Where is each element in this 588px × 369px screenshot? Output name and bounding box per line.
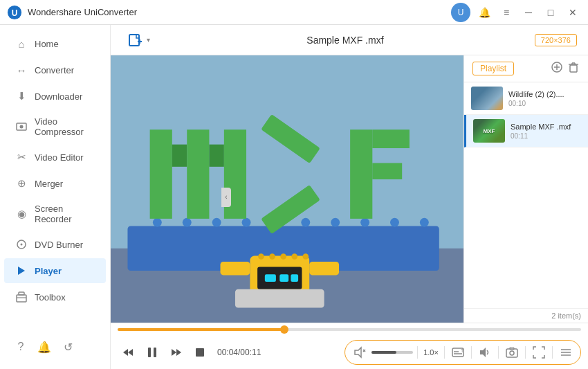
minimize-btn[interactable]: ─ <box>520 4 537 21</box>
titlebar-left: U Wondershare UniConverter <box>7 5 137 20</box>
svg-rect-35 <box>372 163 402 179</box>
merger-icon: ⊕ <box>15 177 28 190</box>
playlist-actions <box>551 61 580 76</box>
svg-point-41 <box>258 253 264 260</box>
svg-rect-47 <box>221 262 250 275</box>
snapshot-button[interactable] <box>503 343 521 361</box>
app-logo: U <box>7 5 22 20</box>
volume-mute-button[interactable] <box>351 343 369 361</box>
fullscreen-button[interactable] <box>530 343 548 361</box>
content-area: ‹ ▾ Sample MXF .mxf 720×376 <box>111 25 588 369</box>
svg-marker-6 <box>18 267 25 275</box>
notification-sidebar-icon[interactable]: 🔔 <box>35 337 54 357</box>
playlist-thumb-1 <box>471 87 503 110</box>
sidebar-item-video-editor[interactable]: ✂ Video Editor <box>4 145 106 170</box>
divider-2 <box>444 346 445 359</box>
player-area: Playlist Wildli <box>111 55 588 323</box>
svg-rect-10 <box>129 35 139 46</box>
rewind-button[interactable] <box>118 342 138 363</box>
sidebar-label-home: Home <box>35 39 59 49</box>
svg-point-17 <box>183 218 192 227</box>
svg-rect-60 <box>154 348 156 357</box>
svg-rect-7 <box>17 295 26 302</box>
playlist-add-icon[interactable] <box>551 61 563 76</box>
svg-marker-58 <box>128 349 133 356</box>
stop-button[interactable] <box>190 342 210 363</box>
video-title: Sample MXF .mxf <box>306 35 383 46</box>
video-thumbnail <box>111 55 463 323</box>
svg-rect-40 <box>291 274 298 282</box>
svg-point-21 <box>301 218 310 227</box>
playlist-info-1: Wildlife (2) (2).... 00:10 <box>508 90 581 107</box>
svg-rect-52 <box>570 65 577 72</box>
svg-point-18 <box>212 218 221 227</box>
progress-track[interactable] <box>118 328 581 331</box>
sidebar-label-toolbox: Toolbox <box>35 292 66 303</box>
sidebar-item-merger[interactable]: ⊕ Merger <box>4 171 106 196</box>
sidebar-item-converter[interactable]: ↔ Converter <box>4 57 106 82</box>
video-compressor-icon <box>15 120 28 133</box>
speed-button[interactable]: 1.0× <box>422 343 440 361</box>
downloader-icon: ⬇ <box>15 90 28 102</box>
playlist-name-2: Sample MXF .mxf <box>511 123 581 131</box>
add-file-icon <box>127 32 144 48</box>
sync-icon[interactable]: ↺ <box>58 337 77 357</box>
playlist-duration-1: 00:10 <box>508 100 581 107</box>
speed-label: 1.0× <box>423 348 439 357</box>
playlist-item[interactable]: Wildlife (2) (2).... 00:10 <box>464 82 588 115</box>
close-btn[interactable]: ✕ <box>564 4 581 21</box>
dvd-burner-icon <box>15 238 28 251</box>
menu-btn[interactable]: ≡ <box>498 4 515 21</box>
video-container[interactable] <box>111 55 463 323</box>
svg-rect-59 <box>148 348 151 357</box>
svg-point-19 <box>242 218 251 227</box>
svg-point-43 <box>280 253 286 260</box>
time-display: 00:04/00:11 <box>217 348 261 357</box>
player-controls: 00:04/00:11 1.0× <box>111 323 588 369</box>
add-file-button[interactable]: ▾ <box>122 29 156 51</box>
svg-marker-71 <box>480 348 486 357</box>
svg-rect-27 <box>172 145 187 167</box>
playlist-delete-icon[interactable] <box>567 61 580 76</box>
titlebar-actions: U 🔔 ≡ ─ □ ✕ <box>451 3 581 22</box>
sidebar-item-video-compressor[interactable]: Video Compressor <box>4 110 106 143</box>
sidebar-item-screen-recorder[interactable]: ◉ Screen Recorder <box>4 197 106 231</box>
resolution-badge: 720×376 <box>535 34 577 46</box>
subtitle-button[interactable]: T <box>449 343 467 361</box>
svg-rect-72 <box>506 349 517 357</box>
user-icon[interactable]: U <box>451 3 470 22</box>
forward-button[interactable] <box>166 342 187 363</box>
sidebar-item-toolbox[interactable]: Toolbox <box>4 285 106 309</box>
maximize-btn[interactable]: □ <box>542 4 559 21</box>
volume-slider[interactable] <box>371 351 413 354</box>
svg-rect-34 <box>372 129 410 148</box>
svg-rect-38 <box>265 274 276 282</box>
main-layout: ⌂ Home ↔ Converter ⬇ Downloader Video Co… <box>0 25 588 369</box>
player-toolbar: ▾ Sample MXF .mxf 720×376 <box>111 25 588 55</box>
svg-point-24 <box>390 218 399 227</box>
playlist-toggle-button[interactable] <box>557 343 575 361</box>
svg-marker-62 <box>176 349 181 356</box>
sidebar-item-dvd-burner[interactable]: DVD Burner <box>4 232 106 257</box>
sidebar-item-home[interactable]: ⌂ Home <box>4 31 106 56</box>
controls-left: 00:04/00:11 <box>118 341 261 363</box>
add-file-dropdown-arrow: ▾ <box>147 36 150 44</box>
playlist-duration-2: 00:11 <box>511 132 581 140</box>
progress-bar-container[interactable] <box>111 323 588 336</box>
help-icon[interactable]: ? <box>11 337 30 357</box>
divider-4 <box>498 346 499 359</box>
sidebar-item-player[interactable]: Player <box>4 258 106 283</box>
playlist-tab[interactable]: Playlist <box>472 62 514 75</box>
sidebar-label-dvd-burner: DVD Burner <box>35 240 83 250</box>
progress-thumb[interactable] <box>280 325 288 334</box>
sidebar-collapse-handle[interactable]: ‹ <box>221 188 231 207</box>
svg-point-22 <box>331 218 340 227</box>
sidebar-item-downloader[interactable]: ⬇ Downloader <box>4 84 106 109</box>
notification-btn[interactable]: 🔔 <box>476 4 493 21</box>
svg-point-3 <box>20 125 24 129</box>
pause-button[interactable] <box>141 341 163 363</box>
audio-button[interactable] <box>476 343 494 361</box>
svg-marker-64 <box>355 348 361 357</box>
sidebar-label-merger: Merger <box>35 179 63 189</box>
playlist-item[interactable]: Sample MXF .mxf 00:11 <box>464 115 588 147</box>
